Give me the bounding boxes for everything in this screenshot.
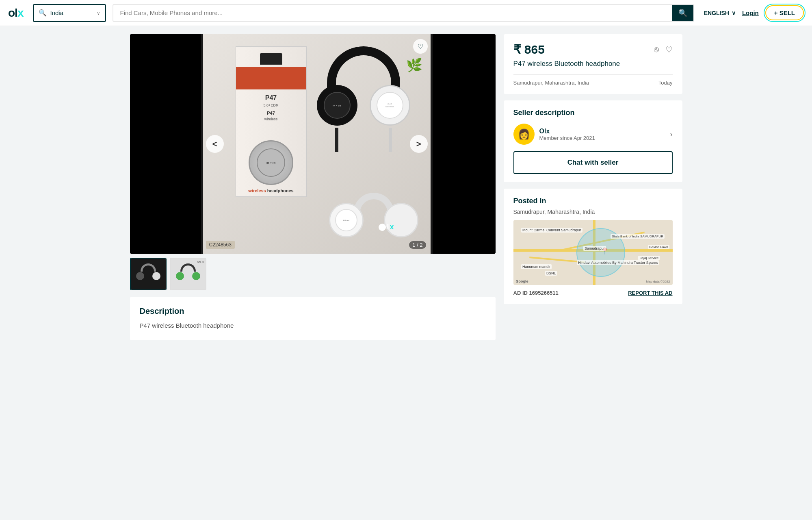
favorite-button[interactable]: ♡ — [413, 39, 428, 54]
ad-id-text: AD ID 1695266511 — [513, 290, 559, 296]
report-ad-link[interactable]: REPORT THIS AD — [628, 290, 672, 296]
description-title: Description — [140, 307, 486, 316]
posted-in-title: Posted in — [513, 197, 673, 205]
image-sidebar-left — [130, 34, 201, 254]
language-label: ENGLISH — [704, 10, 729, 16]
seller-details: Olx Member since Apr 2021 — [539, 128, 595, 141]
map-label-state-bank: State Bank of India SAMUDRAPUR — [611, 234, 665, 239]
ad-footer: AD ID 1695266511 REPORT THIS AD — [513, 290, 673, 296]
chevron-down-icon-lang: ∨ — [732, 10, 736, 16]
posted-in-card: Posted in Samudrapur, Maharashtra, India… — [504, 189, 682, 304]
slide-counter: 1 / 2 — [409, 241, 426, 249]
login-button[interactable]: Login — [742, 9, 759, 16]
price-actions: ⎋ ♡ — [654, 45, 673, 54]
price-card: ₹ 865 ⎋ ♡ P47 wireless Bluetooth headpho… — [504, 34, 682, 94]
location-text: India — [50, 9, 63, 16]
map-label-bajaj: Bajaj Service — [638, 256, 660, 260]
main-image-area: P47 5.0+EDR P47 wireless ⏮ ▶ ⏭ wire — [201, 34, 433, 254]
image-viewer: P47 5.0+EDR P47 wireless ⏮ ▶ ⏭ wire — [130, 34, 496, 254]
map-label-hindavi: Hindavi Automobiles By Mahindra Tractor … — [577, 260, 659, 265]
right-column: ₹ 865 ⎋ ♡ P47 wireless Bluetooth headpho… — [504, 34, 682, 340]
header-right: ENGLISH ∨ Login + SELL — [704, 5, 804, 20]
product-title: P47 wireless Bluetooth headphone — [513, 60, 673, 68]
header: olx 🔍 India ∨ 🔍 ENGLISH ∨ Login + SELL — [0, 0, 812, 26]
seller-row: 👩 Olx Member since Apr 2021 › — [513, 124, 673, 145]
search-icon-loc: 🔍 — [39, 9, 47, 17]
product-price: ₹ 865 — [513, 42, 545, 57]
map-label-govind: Govind Lawn — [648, 245, 669, 249]
logo-o: ol — [8, 7, 17, 20]
avatar: 👩 — [513, 124, 535, 145]
watermark: l x — [379, 223, 394, 231]
map-road-diag2 — [529, 257, 585, 263]
product-location: Samudrapur, Maharashtra, India — [513, 80, 589, 86]
prev-image-button[interactable]: < — [206, 135, 224, 153]
description-text: P47 wireless Bluetooth headphone — [140, 321, 486, 331]
posted-in-location: Samudrapur, Maharashtra, India — [513, 209, 673, 215]
location-selector[interactable]: 🔍 India ∨ — [33, 4, 106, 22]
thumbnail-1[interactable] — [130, 258, 167, 290]
search-button[interactable]: 🔍 — [672, 4, 693, 22]
seller-since: Member since Apr 2021 — [539, 135, 595, 141]
map-label-samudrapur: Samudrapur — [583, 246, 606, 251]
seller-card: Seller description 👩 Olx Member since Ap… — [504, 100, 682, 182]
seller-info: 👩 Olx Member since Apr 2021 — [513, 124, 595, 145]
chevron-down-icon: ∨ — [97, 10, 100, 16]
seller-chevron-icon[interactable]: › — [670, 130, 673, 139]
map-label-bsnl: BSNL — [545, 271, 557, 276]
olx-logo[interactable]: olx — [8, 7, 23, 20]
favorite-button-right[interactable]: ♡ — [665, 45, 673, 54]
avatar-emoji: 👩 — [518, 128, 530, 140]
description-section: Description P47 wireless Bluetooth headp… — [130, 297, 496, 340]
search-icon: 🔍 — [678, 9, 687, 17]
thumbnail-2[interactable]: V5.0 — [170, 258, 206, 290]
seller-name: Olx — [539, 128, 595, 135]
chat-with-seller-button[interactable]: Chat with seller — [513, 151, 673, 174]
next-image-button[interactable]: > — [410, 135, 428, 153]
ad-id-badge: C2248563 — [206, 241, 235, 249]
image-sidebar-right — [433, 34, 496, 254]
main-content: P47 5.0+EDR P47 wireless ⏮ ▶ ⏭ wire — [122, 34, 691, 340]
logo-x: x — [17, 7, 24, 20]
share-icon: ⎋ — [654, 45, 659, 54]
language-selector[interactable]: ENGLISH ∨ — [704, 10, 736, 16]
google-label: Google — [516, 279, 528, 283]
map-data-label: Map data ©2022 — [646, 280, 670, 283]
left-column: P47 5.0+EDR P47 wireless ⏮ ▶ ⏭ wire — [130, 34, 496, 340]
search-input[interactable] — [113, 9, 672, 16]
heart-icon: ♡ — [418, 43, 423, 50]
thumbnails: V5.0 — [130, 258, 496, 290]
date-posted: Today — [658, 80, 673, 86]
heart-icon-right: ♡ — [665, 45, 673, 54]
share-button[interactable]: ⎋ — [654, 45, 659, 54]
seller-description-title: Seller description — [513, 109, 673, 117]
sell-button[interactable]: + SELL — [765, 5, 804, 20]
map-label-hanuman: Hanuman mandir — [521, 264, 552, 269]
map-label-mount-carmel: Mount Carmel Convent Samudrapur — [521, 228, 582, 233]
search-bar: 🔍 — [113, 4, 694, 22]
map-container[interactable]: 📍 Samudrapur State Bank of India SAMUDRA… — [513, 220, 673, 285]
